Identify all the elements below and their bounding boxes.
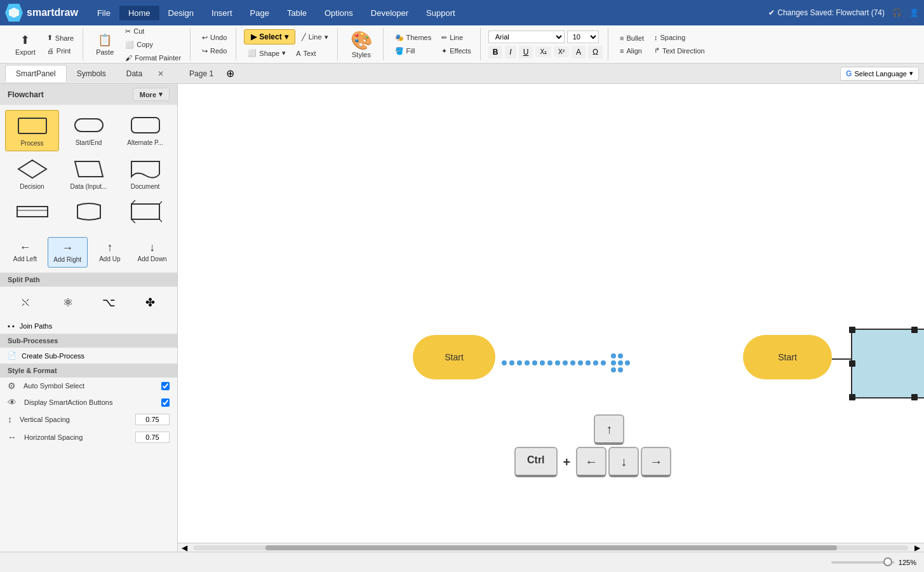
handle-mid-left[interactable] (849, 360, 855, 367)
smartaction-checkbox[interactable] (161, 398, 170, 407)
font-name-select[interactable]: Arial (488, 31, 565, 43)
down-arrow-key[interactable]: ↓ (608, 447, 639, 477)
shape-data-input[interactable]: Data (Input... (62, 154, 116, 194)
scroll-thumb-h[interactable] (265, 545, 837, 550)
scroll-right-button[interactable]: ▶ (911, 542, 924, 552)
undo-button[interactable]: ↩ Undo (198, 32, 231, 44)
line2-button[interactable]: ✏ Line (438, 32, 474, 44)
scroll-track-h[interactable] (194, 545, 908, 550)
effects-button[interactable]: ✦ Effects (438, 45, 474, 57)
shape-extra-3[interactable] (118, 196, 172, 227)
redo-button[interactable]: ↪ Redo (198, 45, 231, 57)
select-button[interactable]: ▶ Select ▾ (244, 29, 295, 44)
nav-options[interactable]: Options (316, 6, 362, 20)
tab-smartpanel[interactable]: SmartPanel (5, 65, 67, 82)
panel-close-button[interactable]: ✕ (152, 67, 169, 81)
superscript-button[interactable]: X² (554, 46, 569, 57)
horizontal-spacing-input[interactable]: 0.75 (135, 432, 170, 443)
right-arrow-key[interactable]: → (641, 447, 671, 477)
italic-button[interactable]: I (505, 46, 516, 58)
print-button[interactable]: 🖨 Print (43, 45, 77, 57)
add-up-button[interactable]: ↑ Add Up (90, 237, 130, 268)
cut-button[interactable]: ✂ Cut (121, 25, 185, 37)
shape-start-end[interactable]: Start/End (62, 110, 116, 151)
styles-button[interactable]: 🎨 Styles (345, 27, 378, 61)
auto-symbol-checkbox[interactable] (161, 382, 170, 390)
create-sub-process-button[interactable]: 📄 Create Sub-Process (0, 348, 177, 364)
shape-extra-1[interactable] (5, 196, 59, 227)
underline-button[interactable]: U (519, 46, 533, 58)
add-down-button[interactable]: ↓ Add Down (132, 237, 172, 268)
nav-support[interactable]: Support (417, 6, 464, 20)
text-icon: A (296, 50, 300, 57)
nav-developer[interactable]: Developer (362, 6, 417, 20)
shape-process[interactable]: Process (5, 110, 59, 151)
bold-button[interactable]: B (488, 46, 503, 58)
shape-extra-2[interactable] (62, 196, 116, 227)
spacing-button[interactable]: ↕ Spacing (650, 32, 709, 43)
nav-table[interactable]: Table (278, 6, 316, 20)
more-button[interactable]: More ▾ (133, 88, 170, 101)
start-shape-1-label: Start (445, 352, 464, 362)
handle-top-center[interactable] (911, 327, 918, 333)
share-button[interactable]: ⬆ Share (43, 32, 77, 44)
shape-document[interactable]: Document (118, 154, 172, 194)
horizontal-scrollbar[interactable]: ◀ ▶ (178, 543, 924, 552)
handle-bottom-left[interactable] (849, 394, 855, 400)
extra-shape-1-svg (16, 200, 49, 223)
copy-button[interactable]: ⬜ Copy (121, 39, 185, 51)
left-arrow-key[interactable]: ← (576, 447, 606, 477)
font-size-select[interactable]: 10 (567, 31, 599, 43)
line-button[interactable]: ╱ Line ▾ (298, 31, 332, 43)
subscript-button[interactable]: X₂ (535, 46, 551, 57)
vertical-spacing-input[interactable]: 0.75 (135, 414, 170, 425)
canvas-area[interactable]: Start (178, 84, 924, 552)
special-char-button[interactable]: Ω (588, 46, 603, 58)
tab-symbols[interactable]: Symbols (67, 65, 116, 82)
selected-rectangle[interactable] (851, 329, 924, 398)
user-icon[interactable]: 👤 (909, 8, 919, 17)
nav-design[interactable]: Design (159, 6, 203, 20)
start-shape-1[interactable]: Start (413, 335, 495, 379)
zoom-slider[interactable] (831, 561, 895, 564)
themes-button[interactable]: 🎭 Themes (391, 32, 436, 44)
format-painter-button[interactable]: 🖌 Format Painter (121, 52, 185, 64)
select-label: Select (259, 32, 281, 41)
fill-button[interactable]: 🪣 Fill (391, 45, 436, 57)
shape-button[interactable]: ⬜ Shape ▾ (244, 47, 290, 59)
select-dropdown-icon: ▾ (285, 32, 288, 41)
handle-bottom-center[interactable] (911, 394, 918, 400)
split-path-btn-4[interactable]: ✤ (131, 292, 170, 313)
tab-data[interactable]: Data (116, 65, 152, 82)
start-shape-2[interactable]: Start (743, 335, 832, 379)
split-path-btn-2[interactable]: ⚛ (49, 292, 88, 313)
nav-home[interactable]: Home (119, 6, 159, 20)
nav-insert[interactable]: Insert (203, 6, 241, 20)
align-button[interactable]: ≡ Align (616, 45, 648, 57)
add-right-button[interactable]: → Add Right (48, 237, 88, 268)
text-button[interactable]: A Text (292, 48, 320, 59)
paste-button[interactable]: 📋 Paste (91, 31, 119, 58)
handle-top-left[interactable] (849, 327, 855, 333)
help-icon[interactable]: 🎧 (892, 8, 902, 17)
ctrl-key[interactable]: Ctrl (514, 447, 558, 477)
add-page-button[interactable]: ⊕ (221, 64, 239, 83)
font-color-button[interactable]: A (572, 46, 586, 58)
page-1-tab[interactable]: Page 1 (182, 65, 221, 82)
text-direction-button[interactable]: ↱ Text Direction (650, 44, 709, 57)
up-arrow-key[interactable]: ↑ (594, 414, 624, 445)
shape-decision[interactable]: Decision (5, 154, 59, 194)
select-language-button[interactable]: G Select Language ▾ (840, 67, 919, 81)
nav-page[interactable]: Page (241, 6, 278, 20)
add-left-button[interactable]: ← Add Left (5, 237, 45, 268)
format-painter-icon: 🖌 (125, 54, 132, 62)
split-path-btn-3[interactable]: ⌥ (90, 292, 129, 313)
zoom-slider-thumb[interactable] (883, 557, 892, 566)
scroll-left-button[interactable]: ◀ (178, 542, 191, 552)
shape-alternate-process[interactable]: Alternate P... (118, 110, 172, 151)
split-path-btn-1[interactable]: ⛌ (8, 292, 46, 313)
export-button[interactable]: ⬆ Export (10, 31, 41, 58)
nav-file[interactable]: File (88, 6, 119, 20)
bullet-button[interactable]: ≡ Bullet (616, 32, 648, 44)
fill-icon: 🪣 (395, 47, 404, 55)
